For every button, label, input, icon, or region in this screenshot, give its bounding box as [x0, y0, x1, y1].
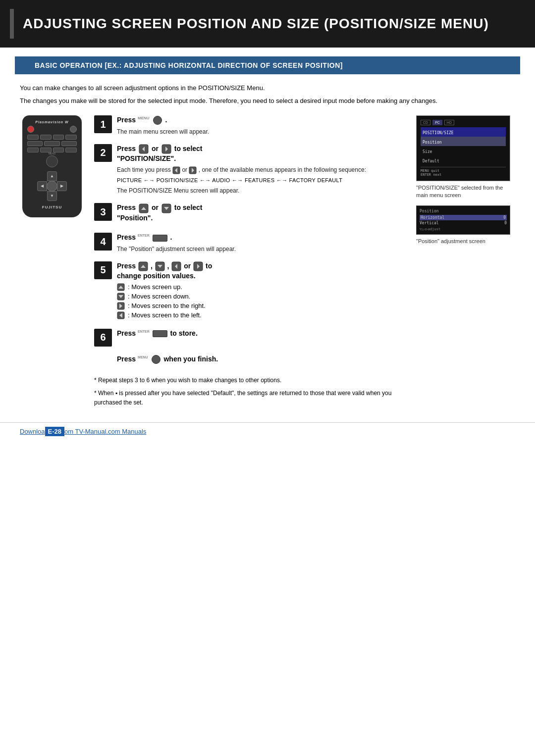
step-6-title: Press ENTER to store. — [117, 329, 406, 339]
enter-superscript-2: ENTER — [138, 330, 150, 333]
dpad-right[interactable]: ▶ — [57, 181, 67, 191]
dpad-left[interactable]: ◀ — [37, 181, 47, 191]
inline-right-icon — [189, 166, 197, 174]
mode-btn2[interactable] — [65, 135, 77, 140]
menu-circle-btn[interactable]: MENU — [46, 155, 58, 167]
mute-button[interactable] — [70, 126, 77, 133]
enter-button-icon-2 — [153, 330, 167, 337]
step-3-quote: "Position". — [117, 214, 153, 222]
main-header: ADJUSTING SCREEN POSITION AND SIZE (POSI… — [0, 0, 535, 48]
dpad-up[interactable]: ▲ — [47, 171, 57, 181]
tab-pc: PC — [432, 120, 442, 125]
screen-size-label: Size — [423, 150, 432, 154]
step-4-content: Press ENTER . The "Position" adjustment … — [117, 233, 406, 253]
menu-btn-top[interactable] — [53, 135, 64, 140]
bullet-down: : Moves screen down. — [117, 293, 406, 301]
fujitsu-brand: FUJITSU — [26, 205, 78, 209]
bullet-up-text: : Moves screen up. — [128, 283, 182, 291]
step-5-number: 5 — [94, 261, 112, 279]
menu-superscript: MENU — [138, 116, 150, 120]
step-5-press: Press — [117, 262, 136, 270]
bullet-down-icon — [117, 293, 125, 301]
menu-button-icon — [153, 116, 162, 125]
screen-item-default: Default — [421, 155, 506, 165]
arrow-down-btn-icon — [161, 203, 171, 213]
bullet-left-icon — [117, 311, 125, 319]
remote-logo: Plasmavision W — [35, 120, 68, 124]
tab-hd: HD — [444, 120, 454, 125]
screen-footer-quit: MENU quit — [421, 169, 506, 173]
step-3-number: 3 — [94, 203, 112, 221]
btn-c[interactable] — [61, 141, 77, 146]
screen-item-position: Position — [421, 137, 506, 146]
step-2-title: Press or to select "POSITION/SIZE". — [117, 144, 406, 164]
power-button[interactable] — [27, 126, 34, 133]
screen-2-caption: "Position" adjustment screen — [416, 238, 515, 245]
step-3-content: Press or to select "Position". — [117, 203, 406, 225]
footer-link-post: om TV-Manual.com Manuals — [64, 428, 146, 435]
arrow-left-btn-icon — [139, 144, 149, 154]
content-area: You can make changes to all screen adjus… — [0, 83, 535, 407]
bullet-up-icon — [117, 283, 125, 291]
remote-row-1 — [27, 135, 77, 140]
screen-menu-title: POSITION/SIZE — [421, 127, 506, 137]
step-5-title: Press , , — [117, 261, 406, 281]
remote-bottom: FUJITSU — [26, 205, 78, 209]
horizontal-value: 0 — [503, 215, 506, 220]
footer: DownloaE-28om TV-Manual.com Manuals — [0, 422, 535, 440]
inline-left-icon — [172, 166, 180, 174]
step-5-bullets: : Moves screen up. : Moves screen down. — [117, 283, 406, 319]
remote-column: Plasmavision W — [20, 115, 84, 217]
dpad: ▲ ▼ ◀ ▶ — [37, 171, 67, 201]
step-1-number: 1 — [94, 115, 112, 133]
sequence-text: PICTURE ←→ POSITION/SIZE ←→ AUDIO ←→ FEA… — [117, 177, 406, 183]
bullet-left: : Moves screen to the left. — [117, 311, 406, 319]
step-1-period: . — [165, 116, 167, 124]
vol-btn[interactable] — [65, 148, 77, 152]
step-final-title: Press MENU when you finish. — [117, 354, 406, 364]
step-1: 1 Press MENU . The main menu screen will… — [94, 115, 406, 136]
step5-comma2: , — [167, 262, 169, 270]
arrow-right-btn-icon — [161, 144, 171, 154]
step-2-desc: Each time you press or , one of the avai… — [117, 165, 406, 174]
main-title: ADJUSTING SCREEN POSITION AND SIZE (POSI… — [23, 16, 489, 32]
bullet-right-text: : Moves screen to the right. — [128, 302, 206, 309]
dpad-center[interactable] — [47, 181, 57, 192]
step-6: 6 Press ENTER to store. — [94, 329, 406, 347]
header-bar — [10, 9, 14, 39]
display-btn[interactable] — [27, 135, 39, 140]
left-arrow-icon: ◀ — [41, 184, 44, 188]
screen-default-label: Default — [423, 159, 439, 163]
step-6-number: 6 — [94, 329, 112, 347]
step5-to: to — [206, 262, 212, 270]
note-1: * Repeat steps 3 to 6 when you wish to m… — [94, 376, 406, 385]
footer-link[interactable]: DownloaE-28om TV-Manual.com Manuals — [20, 428, 146, 435]
step-2: 2 Press or to se — [94, 144, 406, 196]
btn-b[interactable] — [44, 141, 59, 146]
sub-title: BASIC OPERATION [EX.: ADJUSTING HORIZONT… — [35, 61, 500, 69]
enter-button-icon — [153, 235, 167, 242]
step-4: 4 Press ENTER . The "Position" adjustmen… — [94, 233, 406, 253]
screen-1-caption: "POSITION/SIZE" selected from the main m… — [416, 184, 515, 200]
dpad-down[interactable]: ▼ — [47, 191, 57, 201]
bullet-right: : Moves screen to the right. — [117, 302, 406, 310]
mode-btn[interactable] — [40, 135, 52, 140]
screen-2-title: Position — [420, 209, 507, 213]
step-6-content: Press ENTER to store. — [117, 329, 406, 341]
btn-a[interactable] — [27, 141, 43, 146]
step-5: 5 Press , , — [94, 261, 406, 321]
step-1-title: Press MENU . — [117, 115, 406, 125]
step-1-press-label: Press — [117, 116, 136, 124]
step-2-content: Press or to select "POSITION/SIZE". — [117, 144, 406, 196]
intro-text-1: You can make changes to all screen adjus… — [20, 83, 515, 93]
intro-text-2: The changes you make will be stored for … — [20, 96, 515, 106]
step-final-finish: when you finish. — [163, 355, 218, 363]
step-2-quote: "POSITION/SIZE". — [117, 154, 176, 162]
step-6-press: Press — [117, 329, 136, 337]
main-layout: Plasmavision W — [20, 115, 515, 407]
video1-btn[interactable] — [27, 148, 39, 152]
step-2-press: Press — [117, 145, 136, 152]
remote-row-2 — [27, 141, 77, 146]
remote-control: Plasmavision W — [22, 115, 82, 217]
step-5-content: Press , , — [117, 261, 406, 321]
